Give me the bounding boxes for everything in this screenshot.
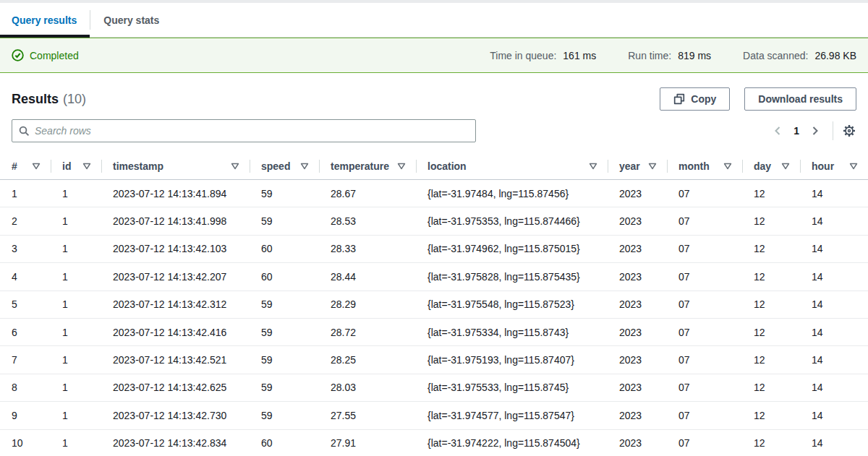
filter-icon[interactable] [231, 163, 239, 170]
cell: 28.53 [319, 215, 416, 227]
cell: {lat=-31.97484, lng=115.87456} [416, 188, 608, 199]
cell: 07 [667, 215, 742, 227]
pagination-separator [833, 121, 833, 140]
results-count: (10) [63, 92, 86, 106]
column-header-label: month [678, 160, 710, 172]
cell: 2023 [608, 410, 667, 421]
previous-page-button[interactable] [769, 123, 786, 139]
cell: 12 [742, 437, 800, 449]
results-actions: Copy Download results [660, 87, 856, 111]
tab-query-stats[interactable]: Query stats [90, 3, 172, 37]
cell: 5 [0, 298, 51, 310]
cell: 1 [51, 243, 101, 254]
cell: 1 [51, 410, 101, 421]
tab-query-results[interactable]: Query results [0, 3, 90, 37]
cell: 14 [800, 271, 868, 283]
filter-icon[interactable] [781, 163, 790, 170]
cell: 60 [250, 437, 319, 449]
cell: 10 [0, 437, 51, 449]
cell: 60 [250, 243, 319, 254]
copy-button[interactable]: Copy [660, 87, 730, 111]
cell: 59 [250, 215, 319, 227]
cell: 1 [51, 188, 101, 199]
cell: 59 [250, 382, 319, 393]
cell: 28.29 [319, 298, 416, 310]
column-header-year[interactable]: year [608, 153, 667, 179]
cell: 2023-07-12 14:13:42.416 [101, 327, 250, 338]
cell: 12 [742, 271, 800, 283]
check-circle-icon [12, 49, 24, 61]
cell: 1 [51, 298, 101, 310]
cell: 2023-07-12 14:13:42.730 [101, 410, 250, 421]
cell: 2023-07-12 14:13:42.103 [101, 243, 250, 254]
table-row: 1012023-07-12 14:13:42.8346027.91{lat=-3… [0, 430, 868, 456]
column-header-label: speed [261, 160, 290, 172]
cell: 12 [742, 327, 800, 338]
cell: 2023-07-12 14:13:42.207 [101, 271, 250, 283]
cell: {lat=-31.975828, lng=115.875435} [416, 271, 608, 283]
column-header-timestamp[interactable]: timestamp [101, 153, 250, 179]
copy-button-label: Copy [691, 93, 716, 105]
filter-icon[interactable] [589, 163, 597, 170]
search-box[interactable] [12, 119, 476, 142]
cell: 2 [0, 215, 51, 227]
cell: {lat=-31.975193, lng=115.87407} [416, 354, 608, 366]
column-header-hour[interactable]: hour [800, 153, 868, 179]
metric-data-scanned: Data scanned: 26.98 KB [743, 50, 856, 61]
cell: 14 [800, 243, 868, 254]
filter-icon[interactable] [397, 163, 406, 170]
column-header-label: temperature [331, 160, 389, 172]
column-header-id[interactable]: id [51, 153, 101, 179]
cell: 14 [800, 354, 868, 366]
filter-icon[interactable] [723, 163, 732, 170]
column-header-label: hour [812, 160, 834, 172]
table-row: 912023-07-12 14:13:42.7305927.55{lat=-31… [0, 402, 868, 429]
filter-icon[interactable] [648, 163, 657, 170]
table-row: 412023-07-12 14:13:42.2076028.44{lat=-31… [0, 263, 868, 291]
cell: 2023-07-12 14:13:41.998 [101, 215, 250, 227]
cell: 14 [800, 437, 868, 449]
cell: 2023 [608, 243, 667, 254]
column-header-location[interactable]: location [416, 153, 608, 179]
search-icon [19, 126, 30, 137]
cell: 07 [667, 298, 742, 310]
cell: 4 [0, 271, 51, 283]
results-table: #idtimestampspeedtemperaturelocationyear… [0, 153, 868, 456]
filter-icon[interactable] [849, 163, 858, 170]
cell: 07 [667, 271, 742, 283]
cell: 2023-07-12 14:13:42.521 [101, 354, 250, 366]
cell: 07 [667, 437, 742, 449]
filter-icon[interactable] [300, 163, 309, 170]
table-header-row: #idtimestampspeedtemperaturelocationyear… [0, 153, 868, 180]
next-page-button[interactable] [807, 123, 824, 139]
search-input[interactable] [35, 125, 469, 137]
cell: 59 [250, 298, 319, 310]
cell: 14 [800, 188, 868, 199]
column-header-day[interactable]: day [742, 153, 800, 179]
filter-icon[interactable] [32, 163, 41, 170]
cell: 2023-07-12 14:13:42.312 [101, 298, 250, 310]
cell: 07 [667, 188, 742, 199]
cell: 60 [250, 271, 319, 283]
column-header-label: location [427, 160, 467, 172]
cell: {lat=-31.975548, lng=115.87523} [416, 298, 608, 310]
metric-value: 26.98 KB [814, 50, 856, 61]
cell: 1 [51, 327, 101, 338]
cell: 12 [742, 243, 800, 254]
cell: 07 [667, 354, 742, 366]
column-header-temperature[interactable]: temperature [319, 153, 416, 179]
results-title-text: Results [12, 92, 59, 106]
column-header-num[interactable]: # [0, 153, 51, 179]
page-number[interactable]: 1 [786, 125, 807, 137]
download-results-button[interactable]: Download results [744, 87, 856, 111]
filter-icon[interactable] [82, 163, 91, 170]
cell: {lat=-31.974962, lng=115.875015} [416, 243, 608, 254]
cell: 12 [742, 382, 800, 393]
column-header-speed[interactable]: speed [250, 153, 319, 179]
gear-icon[interactable] [842, 124, 856, 138]
column-header-month[interactable]: month [667, 153, 742, 179]
cell: 59 [250, 354, 319, 366]
column-header-label: # [12, 160, 17, 172]
cell: 7 [0, 354, 51, 366]
cell: 1 [51, 271, 101, 283]
